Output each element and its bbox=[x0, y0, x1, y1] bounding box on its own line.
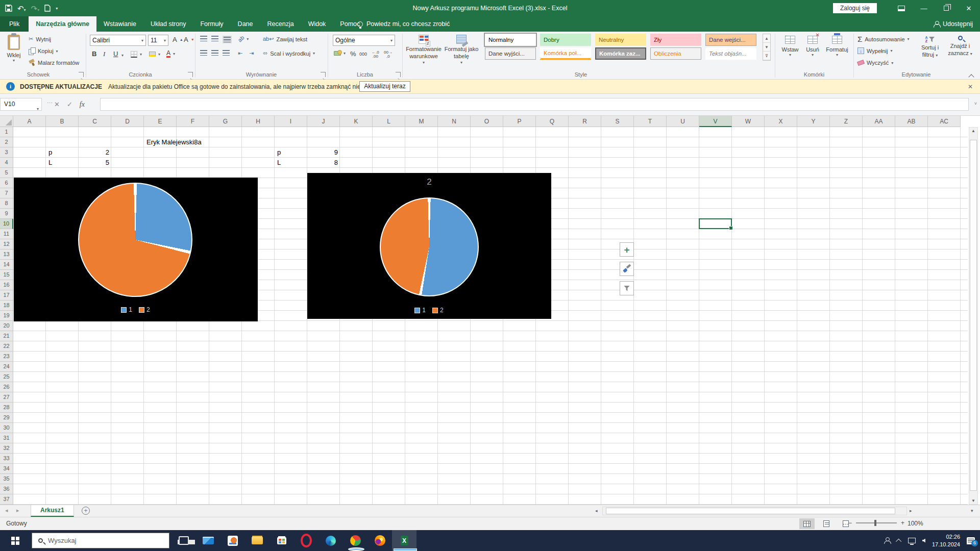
number-format-combo[interactable]: Ogólne▾ bbox=[333, 35, 395, 46]
style-chip[interactable]: Obliczenia bbox=[650, 47, 701, 60]
zoom-level[interactable]: 100% bbox=[908, 520, 923, 527]
confirm-entry-icon[interactable]: ✓ bbox=[67, 101, 72, 108]
cell-J4[interactable]: 8 bbox=[307, 158, 340, 168]
cell-C3[interactable]: 2 bbox=[79, 147, 111, 158]
column-header-Y[interactable]: Y bbox=[797, 116, 830, 127]
row-header-30[interactable]: 30 bbox=[0, 423, 13, 433]
row-header-28[interactable]: 28 bbox=[0, 403, 13, 413]
scroll-right-icon[interactable]: ▸ bbox=[910, 508, 912, 513]
merge-center-button[interactable]: ⬄Scal i wyśrodkuj▾ bbox=[263, 50, 315, 57]
row-header-3[interactable]: 3 bbox=[0, 147, 13, 158]
row-header-1[interactable]: 1 bbox=[0, 127, 13, 137]
pie-chart-2[interactable]: 2 12 bbox=[307, 173, 551, 319]
format-painter-button[interactable]: Malarz formatów bbox=[29, 59, 79, 66]
row-header-13[interactable]: 13 bbox=[0, 249, 13, 260]
add-sheet-button[interactable]: + bbox=[82, 507, 90, 515]
column-header-AC[interactable]: AC bbox=[928, 116, 961, 127]
row-header-36[interactable]: 36 bbox=[0, 484, 13, 494]
signin-button[interactable]: Zaloguj się bbox=[833, 3, 877, 13]
minimize-button[interactable]: — bbox=[913, 0, 935, 16]
align-bottom-icon[interactable] bbox=[223, 36, 232, 43]
style-chip[interactable]: Komórka poł... bbox=[540, 47, 591, 60]
row-header-7[interactable]: 7 bbox=[0, 188, 13, 198]
column-header-R[interactable]: R bbox=[569, 116, 601, 127]
tab-układ-strony[interactable]: Układ strony bbox=[143, 16, 193, 32]
row-header-8[interactable]: 8 bbox=[0, 198, 13, 209]
style-chip[interactable]: Zły bbox=[650, 34, 701, 46]
font-name-combo[interactable]: Calibri▾ bbox=[90, 35, 146, 46]
clear-button[interactable]: Wyczyść▾ bbox=[857, 60, 893, 66]
styles-gallery-scrollbar[interactable]: ▲▼⊽ bbox=[763, 34, 771, 61]
row-header-23[interactable]: 23 bbox=[0, 352, 13, 362]
row-header-2[interactable]: 2 bbox=[0, 137, 13, 147]
column-header-AB[interactable]: AB bbox=[895, 116, 928, 127]
chart-styles-button[interactable] bbox=[620, 262, 634, 276]
vertical-scrollbar-thumb[interactable] bbox=[970, 140, 977, 491]
photos-icon[interactable] bbox=[220, 530, 245, 551]
decrease-indent-icon[interactable]: ⇤ bbox=[238, 50, 242, 57]
row-header-4[interactable]: 4 bbox=[0, 158, 13, 168]
column-header-J[interactable]: J bbox=[307, 116, 340, 127]
style-chip[interactable]: Neutralny bbox=[595, 34, 646, 46]
chart-filters-button[interactable] bbox=[620, 281, 634, 295]
row-header-32[interactable]: 32 bbox=[0, 443, 13, 454]
row-header-6[interactable]: 6 bbox=[0, 178, 13, 188]
row-header-19[interactable]: 19 bbox=[0, 311, 13, 321]
column-header-Q[interactable]: Q bbox=[536, 116, 569, 127]
clock[interactable]: 02:26 17.10.2024 bbox=[932, 533, 960, 548]
font-dialog-launcher[interactable] bbox=[188, 72, 193, 77]
close-button[interactable]: ✕ bbox=[958, 0, 980, 16]
ribbon-display-options-button[interactable] bbox=[890, 0, 913, 16]
row-header-27[interactable]: 27 bbox=[0, 392, 13, 403]
comma-style-button[interactable]: 000 bbox=[359, 52, 367, 57]
notification-close-icon[interactable]: ✕ bbox=[968, 83, 973, 90]
scroll-down-icon[interactable]: ▼ bbox=[971, 498, 975, 503]
collapse-ribbon-icon[interactable] bbox=[969, 73, 974, 78]
row-header-14[interactable]: 14 bbox=[0, 260, 13, 270]
column-header-X[interactable]: X bbox=[765, 116, 797, 127]
zoom-slider-thumb[interactable] bbox=[874, 520, 876, 526]
column-header-M[interactable]: M bbox=[405, 116, 438, 127]
sort-filter-button[interactable]: AZ Sortuj ifiltruj ▾ bbox=[917, 36, 943, 59]
share-button[interactable]: Udostępnij bbox=[934, 16, 973, 32]
row-header-11[interactable]: 11 bbox=[0, 229, 13, 239]
column-header-C[interactable]: C bbox=[79, 116, 111, 127]
italic-button[interactable]: I bbox=[103, 50, 105, 58]
column-header-I[interactable]: I bbox=[275, 116, 307, 127]
underline-dropdown[interactable]: ▾ bbox=[121, 53, 124, 58]
tab-dane[interactable]: Dane bbox=[231, 16, 260, 32]
style-chip[interactable]: Tekst objaśn... bbox=[705, 47, 756, 60]
scroll-left-icon[interactable]: ◂ bbox=[595, 508, 598, 513]
row-header-31[interactable]: 31 bbox=[0, 433, 13, 443]
tray-people-icon[interactable] bbox=[884, 537, 891, 544]
cancel-entry-icon[interactable]: ✕ bbox=[54, 101, 60, 108]
column-header-W[interactable]: W bbox=[732, 116, 765, 127]
row-header-29[interactable]: 29 bbox=[0, 413, 13, 423]
copy-button[interactable]: Kopiuj▾ bbox=[29, 47, 58, 55]
row-header-16[interactable]: 16 bbox=[0, 280, 13, 290]
row-header-5[interactable]: 5 bbox=[0, 168, 13, 178]
font-color-button[interactable]: A▾ bbox=[166, 50, 175, 58]
name-box[interactable]: V10▾ bbox=[0, 98, 42, 111]
borders-button[interactable]: ▾ bbox=[131, 51, 142, 58]
column-header-S[interactable]: S bbox=[601, 116, 634, 127]
row-header-17[interactable]: 17 bbox=[0, 290, 13, 300]
column-header-U[interactable]: U bbox=[667, 116, 699, 127]
orientation-button[interactable]: ab▾ bbox=[238, 36, 249, 42]
update-now-button[interactable]: Aktualizuj teraz bbox=[359, 81, 410, 92]
row-header-18[interactable]: 18 bbox=[0, 300, 13, 311]
column-header-L[interactable]: L bbox=[373, 116, 405, 127]
horizontal-scrollbar[interactable] bbox=[602, 507, 907, 515]
style-chip[interactable]: Dobry bbox=[540, 34, 591, 46]
column-header-D[interactable]: D bbox=[111, 116, 144, 127]
column-header-H[interactable]: H bbox=[242, 116, 275, 127]
font-size-combo[interactable]: 11▾ bbox=[148, 35, 168, 46]
tab-formuły[interactable]: Formuły bbox=[193, 16, 230, 32]
column-header-Z[interactable]: Z bbox=[830, 116, 863, 127]
scroll-up-icon[interactable]: ▲ bbox=[971, 129, 975, 133]
increase-decimal-button[interactable]: ←.0 .00 bbox=[372, 51, 379, 59]
file-explorer-icon[interactable] bbox=[245, 530, 270, 551]
row-header-37[interactable]: 37 bbox=[0, 494, 13, 505]
tray-expand-icon[interactable] bbox=[896, 538, 901, 544]
cell-J3[interactable]: 9 bbox=[307, 147, 340, 158]
